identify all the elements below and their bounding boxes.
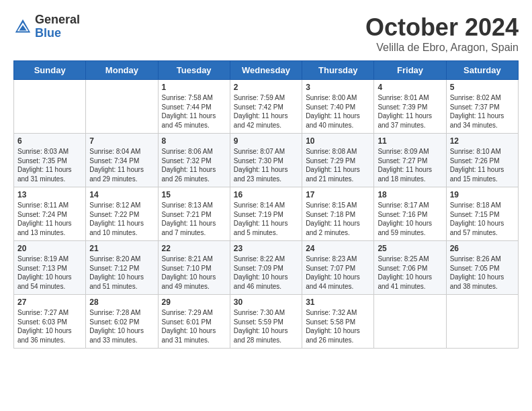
calendar-cell: 11Sunrise: 8:09 AMSunset: 7:27 PMDayligh… (374, 134, 446, 187)
cell-info: Sunrise: 8:02 AMSunset: 7:37 PMDaylight:… (450, 93, 515, 130)
weekday-header-sunday: Sunday (14, 61, 86, 80)
day-number: 3 (306, 83, 370, 92)
calendar-cell: 24Sunrise: 8:23 AMSunset: 7:07 PMDayligh… (302, 241, 374, 295)
logo-icon (13, 17, 32, 36)
cell-info: Sunrise: 8:11 AMSunset: 7:24 PMDaylight:… (17, 201, 82, 237)
calendar-cell (86, 80, 158, 134)
day-number: 14 (89, 190, 154, 199)
day-number: 20 (17, 244, 82, 253)
weekday-header-tuesday: Tuesday (158, 61, 230, 80)
page-header: General Blue October 2024 Velilla de Ebr… (13, 13, 519, 54)
logo-general-text: General (35, 13, 80, 27)
calendar-cell: 10Sunrise: 8:08 AMSunset: 7:29 PMDayligh… (302, 134, 374, 187)
cell-info: Sunrise: 8:00 AMSunset: 7:40 PMDaylight:… (306, 93, 370, 130)
cell-info: Sunrise: 8:25 AMSunset: 7:06 PMDaylight:… (378, 255, 442, 291)
calendar-cell: 5Sunrise: 8:02 AMSunset: 7:37 PMDaylight… (446, 80, 518, 134)
day-number: 24 (306, 244, 370, 253)
calendar-cell: 28Sunrise: 7:28 AMSunset: 6:02 PMDayligh… (86, 295, 158, 349)
calendar-cell: 15Sunrise: 8:13 AMSunset: 7:21 PMDayligh… (158, 187, 230, 241)
calendar-cell: 20Sunrise: 8:19 AMSunset: 7:13 PMDayligh… (14, 241, 86, 295)
cell-info: Sunrise: 8:26 AMSunset: 7:05 PMDaylight:… (450, 255, 515, 291)
calendar-cell: 4Sunrise: 8:01 AMSunset: 7:39 PMDaylight… (374, 80, 446, 134)
weekday-header-friday: Friday (374, 61, 446, 80)
cell-info: Sunrise: 7:59 AMSunset: 7:42 PMDaylight:… (234, 93, 298, 130)
cell-info: Sunrise: 8:18 AMSunset: 7:15 PMDaylight:… (450, 201, 515, 237)
cell-info: Sunrise: 7:28 AMSunset: 6:02 PMDaylight:… (89, 308, 154, 345)
day-number: 9 (234, 136, 298, 146)
week-row-5: 27Sunrise: 7:27 AMSunset: 6:03 PMDayligh… (14, 295, 519, 349)
cell-info: Sunrise: 8:13 AMSunset: 7:21 PMDaylight:… (162, 201, 226, 237)
weekday-header-monday: Monday (86, 61, 158, 80)
calendar-cell: 29Sunrise: 7:29 AMSunset: 6:01 PMDayligh… (158, 295, 230, 349)
day-number: 4 (378, 83, 442, 92)
cell-info: Sunrise: 7:58 AMSunset: 7:44 PMDaylight:… (162, 93, 226, 130)
calendar-cell: 30Sunrise: 7:30 AMSunset: 5:59 PMDayligh… (230, 295, 302, 349)
day-number: 13 (17, 190, 82, 199)
calendar-cell: 12Sunrise: 8:10 AMSunset: 7:26 PMDayligh… (446, 134, 518, 187)
calendar-cell: 14Sunrise: 8:12 AMSunset: 7:22 PMDayligh… (86, 187, 158, 241)
weekday-header-saturday: Saturday (446, 61, 518, 80)
day-number: 22 (162, 244, 226, 253)
cell-info: Sunrise: 8:04 AMSunset: 7:34 PMDaylight:… (89, 147, 154, 183)
day-number: 26 (450, 244, 515, 253)
logo-blue-text: Blue (35, 27, 80, 40)
day-number: 10 (306, 136, 370, 146)
calendar-cell: 19Sunrise: 8:18 AMSunset: 7:15 PMDayligh… (446, 187, 518, 241)
calendar-cell: 22Sunrise: 8:21 AMSunset: 7:10 PMDayligh… (158, 241, 230, 295)
calendar-cell: 13Sunrise: 8:11 AMSunset: 7:24 PMDayligh… (14, 187, 86, 241)
cell-info: Sunrise: 7:27 AMSunset: 6:03 PMDaylight:… (17, 308, 82, 345)
day-number: 29 (162, 298, 226, 307)
month-title: October 2024 (365, 13, 519, 42)
cell-info: Sunrise: 8:07 AMSunset: 7:30 PMDaylight:… (234, 147, 298, 183)
week-row-3: 13Sunrise: 8:11 AMSunset: 7:24 PMDayligh… (14, 187, 519, 241)
day-number: 31 (306, 298, 370, 307)
calendar-cell (374, 295, 446, 349)
location-title: Velilla de Ebro, Aragon, Spain (365, 42, 519, 54)
week-row-2: 6Sunrise: 8:03 AMSunset: 7:35 PMDaylight… (14, 134, 519, 187)
calendar-cell: 2Sunrise: 7:59 AMSunset: 7:42 PMDaylight… (230, 80, 302, 134)
cell-info: Sunrise: 8:20 AMSunset: 7:12 PMDaylight:… (89, 255, 154, 291)
calendar-cell: 7Sunrise: 8:04 AMSunset: 7:34 PMDaylight… (86, 134, 158, 187)
day-number: 2 (234, 83, 298, 92)
calendar-cell: 16Sunrise: 8:14 AMSunset: 7:19 PMDayligh… (230, 187, 302, 241)
cell-info: Sunrise: 8:14 AMSunset: 7:19 PMDaylight:… (234, 201, 298, 237)
cell-info: Sunrise: 8:06 AMSunset: 7:32 PMDaylight:… (162, 147, 226, 183)
day-number: 11 (378, 136, 442, 146)
calendar-cell: 3Sunrise: 8:00 AMSunset: 7:40 PMDaylight… (302, 80, 374, 134)
logo-text: General Blue (35, 13, 80, 40)
title-area: October 2024 Velilla de Ebro, Aragon, Sp… (365, 13, 519, 54)
logo: General Blue (13, 13, 80, 40)
cell-info: Sunrise: 8:03 AMSunset: 7:35 PMDaylight:… (17, 147, 82, 183)
calendar-cell: 26Sunrise: 8:26 AMSunset: 7:05 PMDayligh… (446, 241, 518, 295)
weekday-header-wednesday: Wednesday (230, 61, 302, 80)
day-number: 17 (306, 190, 370, 199)
cell-info: Sunrise: 8:10 AMSunset: 7:26 PMDaylight:… (450, 147, 515, 183)
calendar-table: SundayMondayTuesdayWednesdayThursdayFrid… (13, 60, 519, 349)
weekday-header-thursday: Thursday (302, 61, 374, 80)
cell-info: Sunrise: 8:21 AMSunset: 7:10 PMDaylight:… (162, 255, 226, 291)
day-number: 1 (162, 83, 226, 92)
day-number: 21 (89, 244, 154, 253)
calendar-cell: 25Sunrise: 8:25 AMSunset: 7:06 PMDayligh… (374, 241, 446, 295)
calendar-cell: 27Sunrise: 7:27 AMSunset: 6:03 PMDayligh… (14, 295, 86, 349)
cell-info: Sunrise: 8:23 AMSunset: 7:07 PMDaylight:… (306, 255, 370, 291)
day-number: 25 (378, 244, 442, 253)
cell-info: Sunrise: 7:32 AMSunset: 5:58 PMDaylight:… (306, 308, 370, 345)
day-number: 28 (89, 298, 154, 307)
cell-info: Sunrise: 8:19 AMSunset: 7:13 PMDaylight:… (17, 255, 82, 291)
day-number: 27 (17, 298, 82, 307)
weekday-header-row: SundayMondayTuesdayWednesdayThursdayFrid… (14, 61, 519, 80)
cell-info: Sunrise: 7:30 AMSunset: 5:59 PMDaylight:… (234, 308, 298, 345)
calendar-cell: 18Sunrise: 8:17 AMSunset: 7:16 PMDayligh… (374, 187, 446, 241)
day-number: 18 (378, 190, 442, 199)
week-row-4: 20Sunrise: 8:19 AMSunset: 7:13 PMDayligh… (14, 241, 519, 295)
day-number: 30 (234, 298, 298, 307)
day-number: 19 (450, 190, 515, 199)
cell-info: Sunrise: 8:12 AMSunset: 7:22 PMDaylight:… (89, 201, 154, 237)
day-number: 16 (234, 190, 298, 199)
cell-info: Sunrise: 8:17 AMSunset: 7:16 PMDaylight:… (378, 201, 442, 237)
calendar-body: 1Sunrise: 7:58 AMSunset: 7:44 PMDaylight… (14, 80, 519, 349)
calendar-cell (14, 80, 86, 134)
calendar-cell: 8Sunrise: 8:06 AMSunset: 7:32 PMDaylight… (158, 134, 230, 187)
cell-info: Sunrise: 8:22 AMSunset: 7:09 PMDaylight:… (234, 255, 298, 291)
